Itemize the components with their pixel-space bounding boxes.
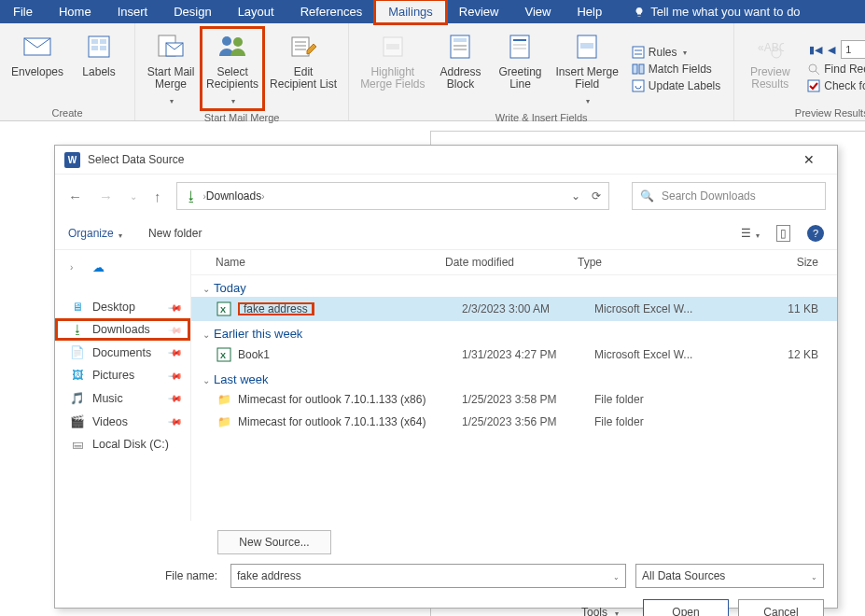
organize-button[interactable]: Organize ▾ [68,227,122,240]
tell-me-label: Tell me what you want to do [650,5,800,19]
folder-icon: 📁 [216,393,232,406]
pictures-icon: 🖼 [70,369,85,382]
tree-documents[interactable]: 📄Documents📌 [55,341,190,364]
edit-list-icon [290,31,316,63]
filename-input[interactable]: fake address⌄ [230,564,626,588]
labels-button[interactable]: Labels [69,27,129,105]
up-button[interactable]: ↑ [152,187,163,206]
tree-quickaccess-chevron[interactable]: › ☁ [55,256,190,279]
labels-icon [87,31,111,63]
update-labels-button[interactable]: Update Labels [628,77,724,94]
highlight-icon [381,31,405,63]
file-row[interactable]: 📁 Mimecast for outlook 7.10.1.133 (x86) … [191,388,837,411]
svg-rect-4 [91,46,98,50]
prev-record-button[interactable]: ◀ [828,45,835,55]
tab-design[interactable]: Design [160,0,224,23]
svg-rect-30 [639,64,644,74]
column-headers[interactable]: Name Date modified Type Size [191,250,837,275]
breadcrumb[interactable]: Downloads [206,189,261,203]
tree-desktop[interactable]: 🖥Desktop📌 [55,296,190,318]
new-source-button[interactable]: New Source... [217,530,331,554]
tree-music[interactable]: 🎵Music📌 [55,386,190,410]
greeting-line-button[interactable]: Greeting Line [490,27,550,110]
file-row[interactable]: 📁 Mimecast for outlook 7.10.1.133 (x64) … [191,411,837,433]
tree-local-disk[interactable]: 🖴Local Disk (C:) [55,433,190,455]
tab-layout[interactable]: Layout [225,0,287,23]
first-record-button[interactable]: ▮◀ [809,45,822,55]
file-row[interactable]: X fake address 2/3/2023 3:00 AM Microsof… [191,297,837,321]
group-start-mail-merge: Start Mail Merge▾ Select Recipients▾ Edi… [135,23,349,120]
preview-icon: «ABC» [756,31,784,63]
documents-icon: 📄 [70,345,85,359]
help-button[interactable]: ? [807,225,824,242]
file-row[interactable]: X Book1 1/31/2023 4:27 PM Microsoft Exce… [191,343,837,367]
rules-button[interactable]: Rules▾ [628,44,724,61]
tab-review[interactable]: Review [446,0,512,23]
group-create: Envelopes Labels Create [0,23,135,120]
file-name: fake address [238,302,314,315]
match-icon [632,63,645,76]
group-today[interactable]: ⌄Today [191,275,837,297]
tree-label: Documents [92,346,151,359]
group-start-label: Start Mail Merge [204,110,280,123]
svg-rect-36 [808,80,819,91]
filename-label: File name: [68,569,221,582]
group-last-week[interactable]: ⌄Last week [191,367,837,388]
preview-pane-button[interactable]: ▯ [776,225,790,242]
svg-rect-2 [91,39,98,44]
cancel-button[interactable]: Cancel [738,599,824,616]
search-input[interactable]: 🔍 Search Downloads [632,182,826,210]
recent-caret-icon[interactable]: ⌄ [128,189,139,203]
svg-rect-26 [633,47,644,58]
refresh-button[interactable]: ⟳ [592,189,601,203]
tree-pictures[interactable]: 🖼Pictures📌 [55,364,190,386]
tab-references[interactable]: References [287,0,375,23]
tab-mailings[interactable]: Mailings [375,0,446,23]
tab-home[interactable]: Home [46,0,105,23]
tree-label: Desktop [92,301,135,314]
svg-rect-25 [580,43,593,49]
tab-help[interactable]: Help [564,0,615,23]
tools-button[interactable]: Tools▾ [581,606,619,616]
group-earlier-week[interactable]: ⌄Earlier this week [191,321,837,343]
insert-merge-field-button[interactable]: Insert Merge Field▾ [550,27,623,110]
tree-downloads[interactable]: ⭳Downloads📌 [55,318,190,341]
select-data-source-dialog: W Select Data Source ✕ ← → ⌄ ↑ ⭳ › Downl… [54,145,838,609]
tab-view[interactable]: View [511,0,564,23]
record-number-input[interactable]: 1 [841,40,865,59]
close-button[interactable]: ✕ [790,152,828,167]
col-name[interactable]: Name [216,256,445,269]
envelopes-button[interactable]: Envelopes [6,27,69,105]
file-type-filter[interactable]: All Data Sources⌄ [635,564,824,588]
new-folder-button[interactable]: New folder [148,227,202,240]
tab-insert[interactable]: Insert [105,0,161,23]
highlight-label: Highlight Merge Fields [360,66,425,91]
match-fields-button[interactable]: Match Fields [628,61,724,77]
recipients-icon [217,31,247,63]
history-caret-icon[interactable]: ⌄ [571,189,580,203]
folder-tree[interactable]: › ☁ 🖥Desktop📌 ⭳Downloads📌 📄Documents📌 🖼P… [55,250,191,521]
preview-results-label: Preview Results [750,66,790,91]
file-list[interactable]: Name Date modified Type Size ⌄Today X fa… [191,250,837,521]
start-mail-merge-button[interactable]: Start Mail Merge▾ [141,27,201,110]
edit-recipient-list-button[interactable]: Edit Recipient List [264,27,342,110]
col-date[interactable]: Date modified [445,256,578,269]
check-errors-button[interactable]: Check for Errors [803,77,865,94]
address-block-button[interactable]: Address Block [430,27,490,110]
tell-me[interactable]: Tell me what you want to do [624,0,809,23]
select-recipients-button[interactable]: Select Recipients▾ [201,27,264,110]
back-button[interactable]: ← [66,187,84,206]
chevron-down-icon: ⌄ [202,375,210,385]
address-bar[interactable]: ⭳ › Downloads › ⌄ ⟳ [176,182,610,210]
word-icon: W [64,152,80,168]
search-icon [807,63,820,76]
preview-results-button: «ABC» Preview Results [740,27,800,105]
tab-file[interactable]: File [0,0,46,23]
open-button[interactable]: Open [643,599,729,616]
tree-videos[interactable]: 🎬Videos📌 [55,410,190,433]
col-size[interactable]: Size [690,256,828,269]
file-size: 11 KB [706,302,828,315]
view-options-button[interactable]: ☰ ▾ [741,227,760,240]
group-write-insert: Highlight Merge Fields Address Block Gre… [349,23,734,120]
col-type[interactable]: Type [578,256,690,269]
